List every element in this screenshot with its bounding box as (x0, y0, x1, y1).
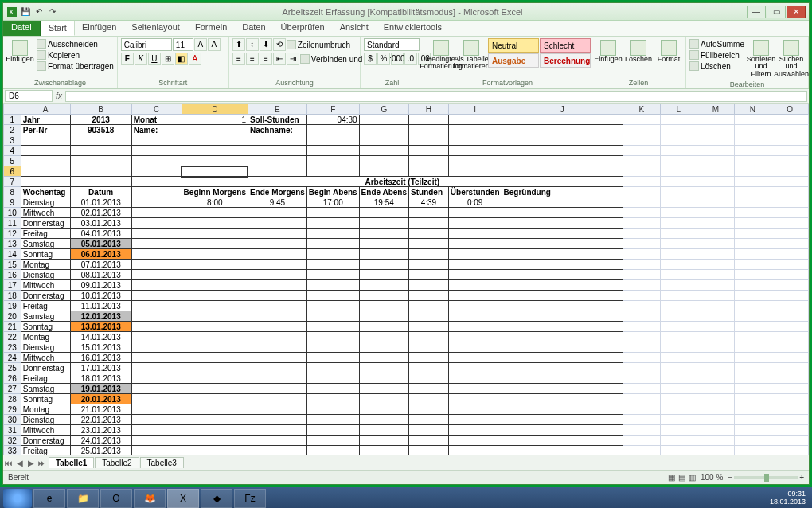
cell[interactable] (131, 135, 182, 146)
cell[interactable] (771, 239, 809, 249)
cell[interactable]: Wochentag (21, 187, 70, 197)
cell[interactable] (306, 425, 359, 436)
cell[interactable]: Sonntag (21, 394, 70, 404)
cell[interactable] (697, 353, 735, 363)
cell[interactable] (448, 260, 502, 270)
ribbon-tab-seitenlayout[interactable]: Seitenlayout (124, 21, 188, 36)
cell[interactable] (359, 322, 408, 332)
cell[interactable] (448, 415, 502, 425)
file-tab[interactable]: Datei (3, 21, 41, 36)
cell[interactable] (409, 166, 449, 177)
cell[interactable] (448, 239, 502, 249)
cell[interactable]: 08.01.2013 (70, 270, 131, 280)
cell[interactable] (771, 373, 809, 384)
cell[interactable] (660, 239, 697, 249)
cell[interactable] (409, 373, 449, 384)
cell[interactable] (409, 270, 449, 280)
cell[interactable] (734, 311, 771, 322)
cell[interactable] (734, 135, 771, 146)
cell[interactable] (182, 249, 248, 260)
cell[interactable] (734, 249, 771, 260)
cell[interactable] (660, 208, 697, 218)
cell[interactable] (660, 291, 697, 301)
format-painter-button[interactable]: Format übertragen (37, 61, 114, 72)
cell[interactable] (448, 229, 502, 239)
cell[interactable] (502, 218, 623, 229)
cell[interactable] (21, 135, 70, 146)
row-header[interactable]: 21 (4, 322, 21, 332)
cell[interactable] (448, 218, 502, 229)
cell[interactable] (359, 280, 408, 291)
cell[interactable] (771, 311, 809, 322)
wrap-text-button[interactable]: Zeilenumbruch (287, 38, 350, 51)
cell[interactable] (734, 208, 771, 218)
cell[interactable]: 04:30 (306, 115, 359, 125)
paste-button[interactable]: Einfügen (6, 38, 33, 64)
cell[interactable] (502, 270, 623, 280)
cell[interactable] (131, 239, 182, 249)
cell[interactable] (660, 218, 697, 229)
sheet-nav-prev[interactable]: ◀ (14, 459, 25, 467)
row-header[interactable]: 31 (4, 425, 21, 436)
cell[interactable] (771, 404, 809, 415)
cell[interactable] (660, 197, 697, 208)
cell[interactable] (623, 270, 660, 280)
cell[interactable] (771, 197, 809, 208)
cell[interactable] (306, 249, 359, 260)
cell[interactable]: Datum (70, 187, 131, 197)
cell[interactable] (306, 394, 359, 404)
row-header[interactable]: 18 (4, 291, 21, 301)
cell[interactable] (660, 384, 697, 394)
cell[interactable] (771, 425, 809, 436)
cell[interactable] (248, 425, 306, 436)
cell[interactable] (306, 218, 359, 229)
style-ausgabe[interactable]: Ausgabe (488, 53, 539, 68)
cell[interactable]: 17.01.2013 (70, 363, 131, 373)
taskbar-filezilla[interactable]: Fz (234, 489, 266, 508)
row-header[interactable]: 1 (4, 115, 21, 125)
sheet-nav-next[interactable]: ▶ (25, 459, 37, 467)
start-button[interactable] (3, 489, 32, 508)
row-header[interactable]: 8 (4, 187, 21, 197)
row-header[interactable]: 13 (4, 239, 21, 249)
cell[interactable] (448, 301, 502, 311)
cell[interactable] (734, 332, 771, 342)
cell[interactable] (697, 322, 735, 332)
cell[interactable] (623, 125, 660, 135)
cell[interactable] (182, 270, 248, 280)
cell[interactable]: Per-Nr (21, 125, 70, 135)
cell[interactable] (131, 322, 182, 332)
cell[interactable] (771, 363, 809, 373)
cell[interactable] (660, 166, 697, 177)
select-all-corner[interactable] (4, 104, 21, 115)
col-header-J[interactable]: J (502, 104, 623, 115)
cell[interactable] (359, 404, 408, 415)
cell[interactable] (306, 260, 359, 270)
cell[interactable] (306, 332, 359, 342)
cell[interactable] (734, 187, 771, 197)
cell[interactable] (623, 249, 660, 260)
cell[interactable] (734, 291, 771, 301)
cell[interactable] (248, 146, 306, 156)
cell[interactable] (409, 291, 449, 301)
cell[interactable] (734, 229, 771, 239)
cell[interactable] (21, 177, 70, 187)
font-name-combo[interactable]: Calibri (121, 38, 172, 51)
taskbar-excel[interactable]: X (167, 489, 199, 508)
cell[interactable] (248, 260, 306, 270)
row-header[interactable]: 19 (4, 301, 21, 311)
fx-icon[interactable]: fx (53, 92, 65, 100)
cell[interactable]: Jahr (21, 115, 70, 125)
cell[interactable] (359, 115, 408, 125)
col-header-M[interactable]: M (697, 104, 735, 115)
cell[interactable] (248, 322, 306, 332)
cell[interactable] (448, 208, 502, 218)
cell[interactable] (409, 332, 449, 342)
cell[interactable] (448, 249, 502, 260)
cell[interactable] (182, 229, 248, 239)
cell[interactable] (306, 353, 359, 363)
sheet-tab-tabelle3[interactable]: Tabelle3 (140, 457, 184, 468)
cell[interactable] (182, 436, 248, 446)
cell[interactable] (697, 229, 735, 239)
cell[interactable]: 13.01.2013 (70, 322, 131, 332)
